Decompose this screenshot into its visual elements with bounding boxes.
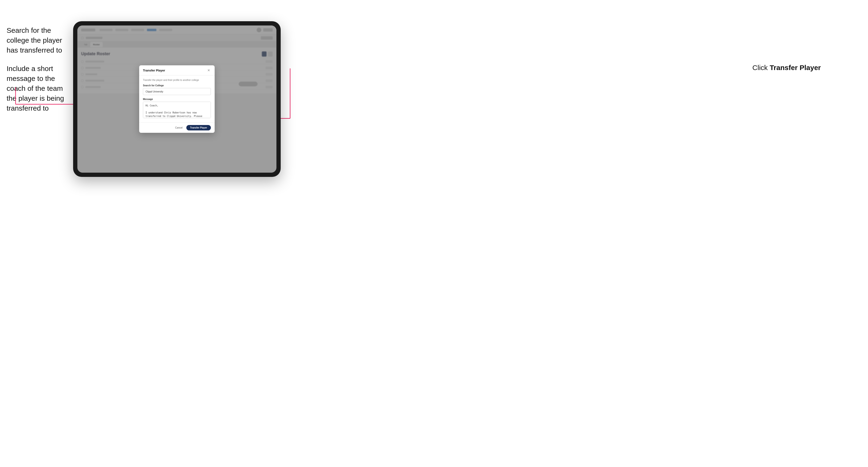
message-textarea[interactable]: Hi Coach, I understand Chris Robertson h… [143, 102, 211, 118]
modal-title: Transfer Player [143, 69, 165, 72]
transfer-player-button[interactable]: Transfer Player [186, 125, 211, 130]
annotation-search-text: Search for the college the player has tr… [7, 26, 73, 55]
modal-subtitle: Transfer the player and their profile to… [143, 79, 211, 81]
annotation-right-block: Click Transfer Player [752, 64, 821, 72]
cancel-button[interactable]: Cancel [173, 125, 184, 130]
annotation-message-text: Include a short message to the coach of … [7, 64, 73, 113]
modal-footer: Cancel Transfer Player [139, 122, 215, 133]
message-label: Message [143, 98, 211, 100]
transfer-player-modal: Transfer Player ✕ Transfer the player an… [139, 65, 215, 133]
tablet-device: Tab Roster Update Roster [73, 21, 281, 177]
annotation-left-block: Search for the college the player has tr… [7, 26, 73, 122]
modal-header: Transfer Player ✕ [139, 65, 215, 75]
annotation-click-text: Click [752, 64, 768, 71]
close-button[interactable]: ✕ [207, 68, 211, 72]
modal-body: Transfer the player and their profile to… [139, 75, 215, 122]
tablet-screen: Tab Roster Update Roster [78, 26, 276, 173]
search-college-label: Search for College [143, 84, 211, 87]
search-college-input[interactable] [143, 88, 211, 95]
modal-overlay: Transfer Player ✕ Transfer the player an… [78, 26, 276, 173]
annotation-transfer-text: Transfer Player [770, 64, 821, 71]
